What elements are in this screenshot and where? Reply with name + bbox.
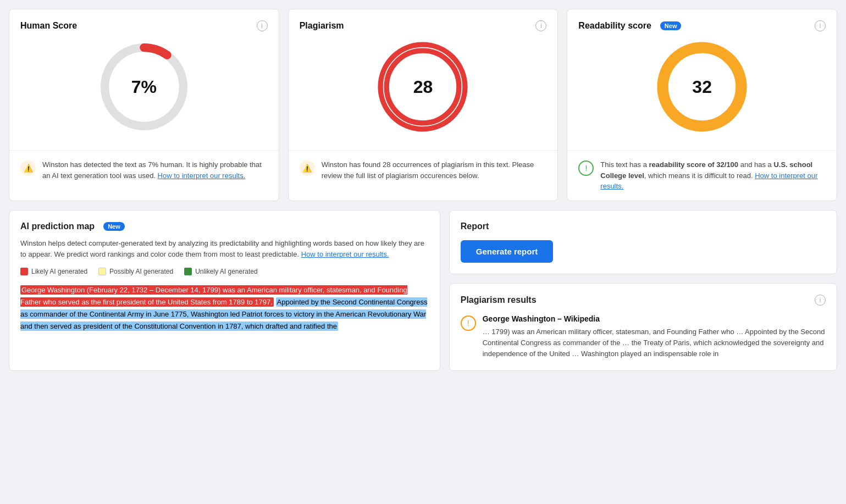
human-score-header: Human Score i <box>20 20 268 31</box>
ai-map-new-badge: New <box>103 222 125 231</box>
readability-info-icon[interactable]: i <box>815 20 826 31</box>
ai-map-title-row: AI prediction map New <box>20 221 429 231</box>
ai-map-link[interactable]: How to interpret our results. <box>301 250 389 258</box>
readability-desc: This text has a readability score of 32/… <box>600 159 826 192</box>
report-title: Report <box>461 221 826 231</box>
readability-value: 32 <box>692 77 712 97</box>
readability-top: Readability score New i 32 <box>567 9 837 150</box>
plagiarism-item-title: George Washington – Wikipedia <box>483 314 826 323</box>
plagiarism-results-info-icon[interactable]: i <box>815 295 826 306</box>
readability-bottom: ! This text has a readability score of 3… <box>567 150 837 201</box>
right-col: Report Generate report Plagiarism result… <box>449 210 837 371</box>
human-score-alert-icon: ⚠️ <box>20 160 36 176</box>
plagiarism-top: Plagiarism i 28 <box>289 9 558 150</box>
plagiarism-result-item: ! George Washington – Wikipedia … 1799) … <box>461 314 826 359</box>
plagiarism-info-icon[interactable]: i <box>535 20 546 31</box>
page-wrapper: Human Score i 7% ⚠️ Winston has detected… <box>0 0 846 380</box>
human-score-link[interactable]: How to interpret our results. <box>158 171 246 180</box>
plagiarism-item-orange-icon: ! <box>461 315 476 331</box>
report-card: Report Generate report <box>449 210 837 274</box>
top-row: Human Score i 7% ⚠️ Winston has detected… <box>9 9 837 201</box>
orange-alert-icon: ⚠️ <box>20 160 36 176</box>
plagiarism-alert-icon: ⚠️ <box>300 160 315 176</box>
plagiarism-value: 28 <box>413 77 433 97</box>
legend-row: Likely AI generated Possibly AI generate… <box>20 268 429 275</box>
legend-item-red: Likely AI generated <box>20 268 87 275</box>
human-score-bottom: ⚠️ Winston has detected the text as 7% h… <box>9 150 279 200</box>
human-score-card: Human Score i 7% ⚠️ Winston has detected… <box>9 9 279 201</box>
plagiarism-results-title: Plagiarism results <box>461 295 537 305</box>
readability-green-icon: ! <box>578 160 594 176</box>
legend-item-yellow: Possibly AI generated <box>98 268 173 275</box>
ai-map-desc: Winston helps detect computer-generated … <box>20 238 429 260</box>
readability-header: Readability score New i <box>578 20 826 31</box>
plagiarism-title: Plagiarism <box>300 21 344 31</box>
generate-report-button[interactable]: Generate report <box>461 240 554 263</box>
plagiarism-header: Plagiarism i <box>300 20 547 31</box>
plagiarism-results-card: Plagiarism results i ! George Washington… <box>449 283 837 371</box>
legend-label-red: Likely AI generated <box>31 268 87 275</box>
bottom-row: AI prediction map New Winston helps dete… <box>9 210 837 371</box>
human-score-value: 7% <box>131 77 157 97</box>
legend-label-green: Unlikely AI generated <box>195 268 257 275</box>
plagiarism-item-desc: … 1799) was an American military officer… <box>483 326 826 359</box>
ai-map-title: AI prediction map <box>20 221 95 231</box>
human-score-top: Human Score i 7% <box>9 9 279 150</box>
readability-title-row: Readability score New <box>578 21 681 31</box>
plagiarism-bottom: ⚠️ Winston has found 28 occurrences of p… <box>289 150 558 200</box>
readability-card: Readability score New i 32 ! This <box>567 9 837 201</box>
plagiarism-gauge: 28 <box>376 40 469 134</box>
readability-alert-icon: ! <box>578 160 594 176</box>
plagiarism-card: Plagiarism i 28 ⚠️ Winston has found 28 … <box>288 9 559 201</box>
human-score-gauge: 7% <box>97 40 191 134</box>
human-score-info-icon[interactable]: i <box>257 20 268 31</box>
human-score-desc: Winston has detected the text as 7% huma… <box>42 159 268 181</box>
ai-map-card: AI prediction map New Winston helps dete… <box>9 210 440 371</box>
plagiarism-desc: Winston has found 28 occurrences of plag… <box>322 159 547 181</box>
plagiarism-item-content: George Washington – Wikipedia … 1799) wa… <box>483 314 826 359</box>
legend-dot-red <box>20 268 28 275</box>
human-score-title: Human Score <box>20 21 77 31</box>
highlighted-text: George Washington (February 22, 1732 – D… <box>20 284 429 333</box>
legend-dot-green <box>184 268 192 275</box>
legend-dot-yellow <box>98 268 106 275</box>
plagiarism-orange-icon: ⚠️ <box>300 160 315 176</box>
plagiarism-results-header: Plagiarism results i <box>461 295 826 306</box>
readability-title: Readability score <box>578 21 651 31</box>
legend-label-yellow: Possibly AI generated <box>109 268 173 275</box>
readability-gauge: 32 <box>655 40 749 134</box>
readability-new-badge: New <box>660 21 682 30</box>
legend-item-green: Unlikely AI generated <box>184 268 257 275</box>
